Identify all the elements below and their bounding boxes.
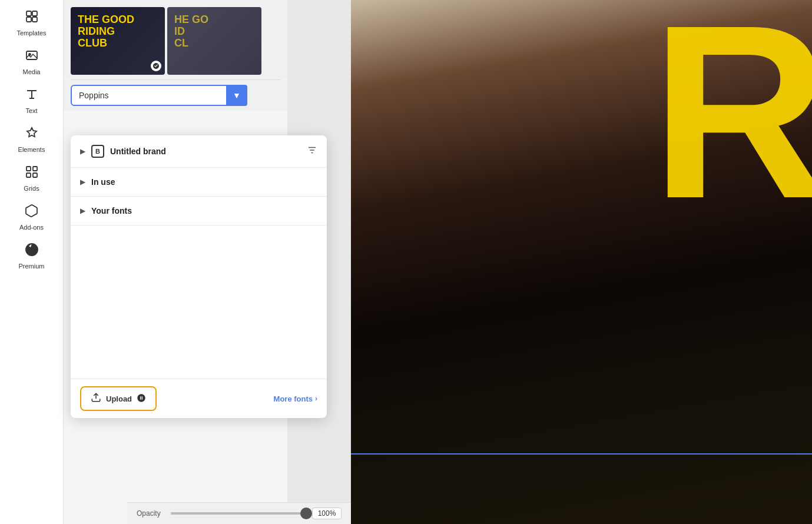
sidebar-item-label-elements: Elements <box>18 146 45 153</box>
main-area: THE GOODRIDINGCLUB HE GOIDCL Poppins Rob… <box>64 0 812 524</box>
section-left-in-use: ▶ In use <box>80 177 115 187</box>
chevron-right-icon-in-use: ▶ <box>80 178 85 186</box>
upload-button[interactable]: Upload <box>80 386 157 411</box>
canvas-selection-line <box>351 453 812 455</box>
sidebar-item-templates[interactable]: Templates <box>8 5 55 41</box>
canvas-yellow-r: R <box>651 0 812 236</box>
sidebar-item-label-media: Media <box>23 68 41 75</box>
sidebar-item-grids[interactable]: Grids <box>8 160 55 197</box>
sidebar-item-elements[interactable]: Elements <box>8 121 55 158</box>
canvas-area: R <box>351 0 812 524</box>
left-panel: THE GOODRIDINGCLUB HE GOIDCL Poppins Rob… <box>64 0 287 524</box>
svg-rect-3 <box>32 17 37 22</box>
thumbnail-1-text: THE GOODRIDINGCLUB <box>78 14 134 49</box>
font-select-wrapper: Poppins Roboto Open Sans Montserrat ▼ <box>71 85 247 106</box>
chevron-right-icon-untitled-brand: ▶ <box>80 147 85 155</box>
svg-rect-9 <box>33 173 37 177</box>
font-selector-area: Poppins Roboto Open Sans Montserrat ▼ <box>64 80 287 111</box>
thumbnail-1-badge <box>151 61 161 71</box>
dropdown-section-header-untitled-brand[interactable]: ▶ B Untitled brand <box>71 135 327 167</box>
upload-premium-icon <box>137 393 146 404</box>
font-select[interactable]: Poppins Roboto Open Sans Montserrat <box>71 85 247 106</box>
opacity-bar: Opacity 100% <box>127 502 351 524</box>
templates-icon <box>25 9 39 27</box>
svg-rect-0 <box>26 11 31 16</box>
opacity-slider-track <box>171 512 306 515</box>
dropdown-section-in-use: ▶ In use <box>71 168 327 197</box>
section-title-in-use: In use <box>91 177 115 187</box>
canvas-background: R <box>351 0 812 524</box>
svg-rect-6 <box>26 167 31 171</box>
addons-icon <box>25 204 39 221</box>
section-left-untitled-brand: ▶ B Untitled brand <box>80 145 166 158</box>
section-title-your-fonts: Your fonts <box>91 206 132 215</box>
svg-rect-8 <box>26 173 31 177</box>
dropdown-section-header-your-fonts[interactable]: ▶ Your fonts <box>71 197 327 225</box>
upload-icon <box>91 392 101 405</box>
opacity-label: Opacity <box>137 509 165 518</box>
opacity-value: 100% <box>312 508 342 519</box>
dropdown-bottom-bar: Upload More fonts › <box>71 379 327 418</box>
font-dropdown-panel: ▶ B Untitled brand <box>71 135 327 418</box>
sidebar-item-label-grids: Grids <box>24 185 39 192</box>
thumbnails-row: THE GOODRIDINGCLUB HE GOIDCL <box>64 0 287 79</box>
thumbnail-1[interactable]: THE GOODRIDINGCLUB <box>71 7 165 75</box>
grids-icon <box>25 165 39 183</box>
sidebar-item-label-addons: Add-ons <box>19 224 44 231</box>
sidebar-item-label-templates: Templates <box>16 29 46 37</box>
dropdown-empty-space <box>71 225 327 379</box>
svg-rect-7 <box>33 167 37 171</box>
sidebar-item-premium[interactable]: Premium <box>8 238 55 274</box>
svg-rect-1 <box>32 11 37 16</box>
sidebar-item-label-premium: Premium <box>18 263 44 270</box>
filter-icon-untitled-brand[interactable] <box>307 145 317 158</box>
opacity-slider[interactable] <box>171 512 306 515</box>
section-left-your-fonts: ▶ Your fonts <box>80 206 132 215</box>
brand-icon-untitled-brand: B <box>91 145 104 158</box>
text-icon <box>25 87 39 105</box>
sidebar-item-text[interactable]: Text <box>8 82 55 119</box>
premium-icon <box>25 243 39 260</box>
thumbnail-2-text: HE GOIDCL <box>174 14 208 49</box>
svg-rect-2 <box>26 17 31 22</box>
dropdown-section-untitled-brand: ▶ B Untitled brand <box>71 135 327 168</box>
more-fonts-arrow-icon: › <box>315 394 317 403</box>
section-title-untitled-brand: Untitled brand <box>110 147 166 156</box>
more-fonts-label: More fonts <box>274 394 313 403</box>
thumbnail-2[interactable]: HE GOIDCL <box>167 7 261 75</box>
opacity-slider-thumb[interactable] <box>300 508 312 519</box>
sidebar-item-addons[interactable]: Add-ons <box>8 199 55 236</box>
sidebar-item-media[interactable]: Media <box>8 44 55 80</box>
upload-label: Upload <box>106 394 132 403</box>
dropdown-section-your-fonts: ▶ Your fonts <box>71 197 327 225</box>
chevron-right-icon-your-fonts: ▶ <box>80 207 85 215</box>
sidebar-item-label-text: Text <box>25 107 37 114</box>
dropdown-section-header-in-use[interactable]: ▶ In use <box>71 168 327 196</box>
sidebar: Templates Media Text Elements <box>0 0 64 524</box>
more-fonts-button[interactable]: More fonts › <box>274 394 317 403</box>
media-icon <box>25 48 39 66</box>
elements-icon <box>25 126 39 144</box>
